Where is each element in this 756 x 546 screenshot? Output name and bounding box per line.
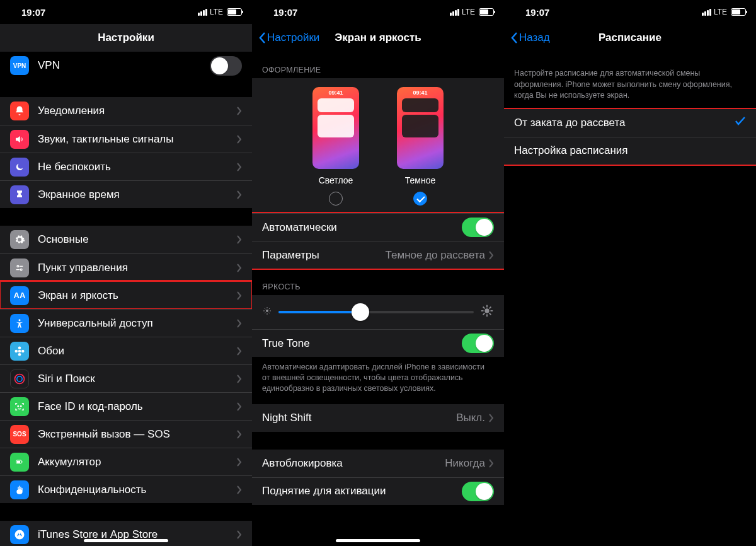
row-label: Face ID и код-пароль (38, 400, 237, 413)
svg-line-32 (483, 307, 485, 309)
display-icon: AA (10, 286, 29, 305)
schedule-intro: Настройте расписание для автоматической … (504, 52, 756, 109)
row-label: Поднятие для активации (262, 485, 462, 497)
brightness-row (252, 295, 504, 329)
settings-row-sos[interactable]: SOS Экстренный вызов — SOS (0, 420, 252, 448)
row-label: Siri и Поиск (38, 373, 237, 385)
svg-point-8 (15, 349, 18, 352)
back-button[interactable]: Назад (510, 32, 550, 44)
dark-radio[interactable] (413, 192, 427, 206)
row-detail: Никогда (445, 457, 485, 470)
sos-icon: SOS (10, 425, 29, 444)
svg-point-11 (17, 376, 22, 381)
settings-row-appstore[interactable]: iTunes Store и App Store (0, 521, 252, 546)
chevron-right-icon (237, 347, 242, 356)
checkmark-icon (735, 116, 746, 129)
chevron-right-icon (237, 190, 242, 199)
settings-row-sounds[interactable]: Звуки, тактильные сигналы (0, 125, 252, 153)
dark-preview: 09:41 (397, 87, 444, 169)
row-label: Автоблокировка (262, 457, 445, 470)
chevron-right-icon (237, 107, 242, 115)
vpn-icon: VPN (10, 56, 29, 75)
settings-row-privacy[interactable]: Конфиденциальность (0, 475, 252, 503)
chevron-right-icon (237, 530, 242, 539)
settings-root-screen: 19:07 LTE Настройки VPN VPN Уведомления … (0, 0, 252, 546)
settings-row-siri[interactable]: Siri и Поиск (0, 364, 252, 392)
settings-row-wallpaper[interactable]: Обои (0, 337, 252, 364)
siri-icon (10, 369, 29, 388)
chevron-right-icon (237, 319, 242, 328)
chevron-right-icon (237, 458, 242, 467)
section-header-appearance: ОФОРМЛЕНИЕ (252, 52, 504, 78)
row-label: Параметры (262, 249, 386, 262)
moon-icon (10, 158, 29, 177)
settings-row-faceid[interactable]: Face ID и код-пароль (0, 392, 252, 420)
home-indicator[interactable] (84, 539, 168, 542)
settings-row-screentime[interactable]: Экранное время (0, 180, 252, 208)
svg-line-33 (490, 313, 491, 315)
light-radio[interactable] (329, 192, 343, 206)
row-truetone[interactable]: True Tone (252, 329, 504, 357)
settings-row-general[interactable]: Основные (0, 226, 252, 253)
automatic-toggle[interactable] (462, 218, 494, 237)
row-automatic[interactable]: Автоматически (252, 213, 504, 241)
status-time: 19:07 (273, 7, 297, 18)
schedule-screen: 19:07 LTE Назад Расписание Настройте рас… (504, 0, 756, 546)
light-label: Светлое (319, 175, 353, 185)
row-sunset-sunrise[interactable]: От заката до рассвета (504, 109, 756, 137)
svg-point-17 (15, 530, 25, 540)
hand-icon (10, 480, 29, 499)
settings-row-dnd[interactable]: Не беспокоить (0, 153, 252, 180)
svg-line-26 (269, 308, 270, 309)
row-custom-schedule[interactable]: Настройка расписания (504, 137, 756, 165)
settings-row-notifications[interactable]: Уведомления (0, 97, 252, 125)
chevron-right-icon (237, 264, 242, 272)
light-preview: 09:41 (312, 87, 359, 169)
raise-toggle[interactable] (462, 482, 494, 501)
accessibility-icon (10, 314, 29, 333)
battery-icon (479, 8, 494, 16)
brightness-slider[interactable] (278, 311, 474, 313)
row-autolock[interactable]: Автоблокировка Никогда (252, 450, 504, 477)
row-detail: Выкл. (456, 412, 485, 424)
appearance-option-light[interactable]: 09:41 Светлое (312, 87, 359, 206)
faceid-icon (10, 397, 29, 416)
flower-icon (10, 342, 29, 361)
row-options[interactable]: Параметры Темное до рассвета (252, 241, 504, 269)
svg-point-4 (19, 319, 21, 321)
svg-point-9 (21, 349, 25, 352)
vpn-toggle[interactable] (210, 56, 242, 76)
settings-row-vpn[interactable]: VPN VPN (0, 52, 252, 79)
svg-rect-16 (17, 461, 20, 463)
chevron-right-icon (237, 485, 242, 494)
svg-point-0 (17, 265, 19, 267)
truetone-toggle[interactable] (462, 334, 494, 353)
page-title: Настройки (0, 32, 252, 44)
svg-point-10 (15, 374, 25, 383)
row-label: Пункт управления (38, 262, 237, 274)
nav-bar: Назад Расписание (504, 24, 756, 52)
row-label: Night Shift (262, 412, 456, 424)
settings-row-display[interactable]: AA Экран и яркость (0, 281, 252, 309)
row-label: True Tone (262, 337, 462, 350)
back-button[interactable]: Настройки (258, 32, 319, 44)
svg-line-35 (490, 307, 491, 309)
status-indicators: LTE (702, 8, 746, 16)
row-detail: Темное до рассвета (386, 249, 485, 262)
settings-row-controlcenter[interactable]: Пункт управления (0, 253, 252, 281)
status-bar: 19:07 LTE (0, 0, 252, 24)
row-label: Универсальный доступ (38, 317, 237, 330)
home-indicator[interactable] (336, 539, 420, 542)
row-nightshift[interactable]: Night Shift Выкл. (252, 404, 504, 432)
settings-row-battery[interactable]: Аккумулятор (0, 448, 252, 475)
settings-row-accessibility[interactable]: Универсальный доступ (0, 309, 252, 337)
svg-point-6 (18, 346, 21, 349)
network-label: LTE (210, 8, 223, 16)
svg-point-13 (21, 405, 22, 407)
display-settings-screen: 19:07 LTE Настройки Экран и яркость ОФОР… (252, 0, 504, 546)
appearance-option-dark[interactable]: 09:41 Темное (397, 87, 444, 206)
row-label: VPN (38, 59, 210, 72)
row-raise[interactable]: Поднятие для активации (252, 477, 504, 505)
chevron-right-icon (489, 251, 494, 260)
truetone-footer: Автоматически адаптировать дисплей iPhon… (252, 357, 504, 397)
